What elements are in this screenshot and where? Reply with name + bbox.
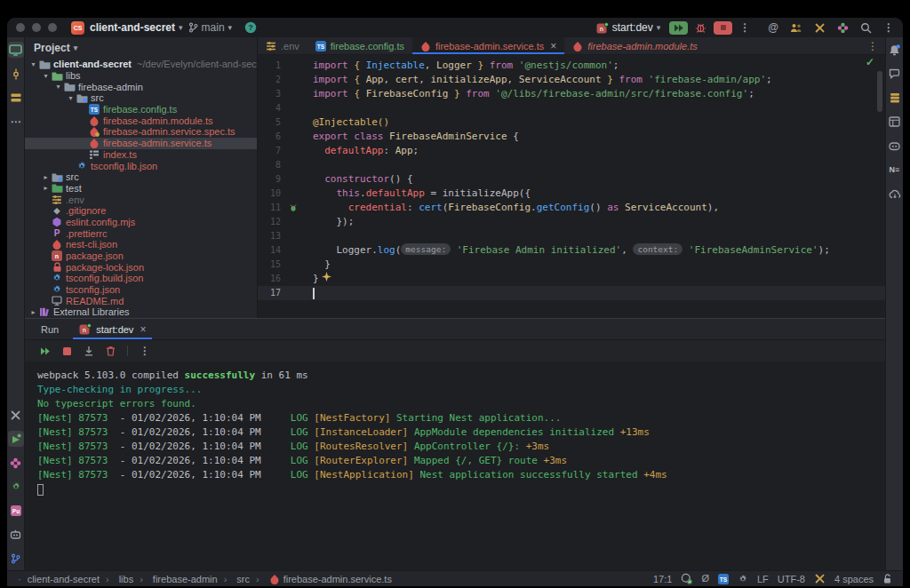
tool-stripe-button-run[interactable] <box>8 431 24 447</box>
console[interactable]: webpack 5.103.0 compiled successfully in… <box>25 362 885 570</box>
tree-row[interactable]: package-lock.json <box>25 261 257 273</box>
tool-stripe-button-nx-console[interactable]: N≡ <box>887 162 903 178</box>
tool-stripe-button-ai-assistant[interactable] <box>8 527 24 543</box>
build-tools-icon[interactable] <box>814 22 826 34</box>
editor-scrollbar[interactable] <box>877 71 882 112</box>
inspections-ok-icon[interactable]: ✓ <box>866 57 874 68</box>
close-icon[interactable]: × <box>550 40 556 52</box>
more-vertical-button-icon[interactable]: ⋮ <box>140 346 150 356</box>
breadcrumb-item[interactable]: firebase-admin <box>133 574 217 584</box>
plugin-icon[interactable] <box>837 22 849 34</box>
line-number[interactable]: 7 <box>258 144 281 158</box>
tree-row[interactable]: .env <box>25 194 257 205</box>
tree-row[interactable]: index.ts <box>25 149 257 161</box>
line-number[interactable]: 2 <box>258 73 281 87</box>
code-line[interactable]: 13 <box>258 229 885 243</box>
tree-row[interactable]: firebase-admin.service.spec.ts <box>25 126 257 138</box>
close-icon[interactable]: × <box>140 323 146 336</box>
line-number[interactable]: 12 <box>258 215 281 229</box>
editor-tab[interactable]: firebase-admin.service.ts× <box>412 37 564 54</box>
stop-button[interactable] <box>714 21 732 35</box>
line-number[interactable]: 4 <box>258 101 281 115</box>
code-line[interactable]: 8 <box>258 158 885 172</box>
line-number[interactable]: 5 <box>258 115 281 130</box>
code-line[interactable]: 4 <box>258 101 885 115</box>
tool-stripe-button-project-view[interactable] <box>8 42 24 58</box>
tree-row[interactable]: tsconfig.lib.json <box>25 160 257 171</box>
tree-row[interactable]: ◆.gitignore <box>25 205 257 217</box>
tool-stripe-button-commit[interactable] <box>8 66 24 82</box>
tool-stripe-button-more-horizontal[interactable]: ⋯ <box>8 114 24 130</box>
indent-tools-icon[interactable] <box>814 573 826 584</box>
stop-button-icon[interactable] <box>62 346 72 356</box>
breadcrumb-item[interactable]: firebase-admin.service.ts <box>250 574 392 584</box>
tool-stripe-button-build[interactable] <box>8 407 24 423</box>
breadcrumb-item[interactable]: src <box>218 574 250 584</box>
tool-stripe-button-notifications[interactable] <box>887 42 903 58</box>
tree-row[interactable]: P.prettierrc <box>25 227 257 239</box>
tree-row[interactable]: TSfirebase.config.ts <box>25 104 257 115</box>
breadcrumb-item[interactable]: client-and-secret <box>28 574 100 584</box>
code-line[interactable]: 9 constructor() { <box>258 172 885 187</box>
search-icon[interactable] <box>860 22 872 34</box>
chevron-down-icon[interactable]: ▾ <box>53 83 63 91</box>
tool-stripe-button-version-control[interactable] <box>8 551 24 567</box>
chevron-right-icon[interactable]: ▸ <box>28 308 38 316</box>
tree-row[interactable]: ▾src <box>25 92 257 104</box>
line-number[interactable]: 11 <box>258 201 281 215</box>
tree-row[interactable]: npackage.json <box>25 250 257 262</box>
help-icon[interactable]: ? <box>244 21 257 34</box>
tree-row[interactable]: README.md <box>25 295 257 306</box>
code-line[interactable]: 15 } <box>258 258 885 272</box>
copilot-status-icon[interactable] <box>681 573 692 584</box>
tree-row[interactable]: ▾firebase-admin <box>25 81 257 92</box>
tree-row[interactable]: ▸External Libraries <box>25 306 257 318</box>
run-config-selector[interactable]: n start:dev ▾ <box>596 21 661 34</box>
editor-tab[interactable]: TSfirebase.config.ts <box>307 37 412 54</box>
tree-row[interactable]: ▾libs <box>25 70 257 82</box>
more-vertical-icon[interactable]: ⋮ <box>883 22 894 33</box>
tool-stripe-button-pull-requests[interactable]: Pu <box>8 503 24 519</box>
code-line[interactable]: 5@Injectable() <box>258 115 885 130</box>
project-selector[interactable]: client-and-secret ▾ <box>90 21 183 34</box>
line-number[interactable]: 1 <box>258 59 281 73</box>
run-tab[interactable]: n start:dev × <box>73 319 152 339</box>
line-number[interactable]: 15 <box>258 258 281 272</box>
project-panel-header[interactable]: Project ▾ <box>25 37 257 59</box>
highlighting-off-icon[interactable]: Ø <box>701 574 709 584</box>
line-number[interactable]: 6 <box>258 130 281 144</box>
gutter-debug-icon[interactable] <box>289 203 298 212</box>
run-panel-title[interactable]: Run <box>41 319 59 339</box>
tree-row[interactable]: ▾client-and-secret~/dev/Evelyn/client-an… <box>25 59 257 70</box>
chevron-down-icon[interactable]: ▾ <box>66 94 76 102</box>
tree-row[interactable]: ▸test <box>25 183 257 195</box>
clear-button-icon[interactable] <box>106 346 116 356</box>
line-number[interactable]: 9 <box>258 172 281 187</box>
code-line[interactable]: 3import { FirebaseConfig } from '@/libs/… <box>258 87 885 101</box>
code-line[interactable]: 1import { Injectable, Logger } from '@ne… <box>258 59 885 73</box>
code-line[interactable]: 14 Logger.log(message: 'Firebase Admin i… <box>258 243 885 258</box>
tree-row[interactable]: tsconfig.json <box>25 284 257 296</box>
chevron-right-icon[interactable]: ▸ <box>41 184 51 192</box>
tree-row[interactable]: eslint.config.mjs <box>25 217 257 228</box>
tool-stripe-button-ui-designer[interactable] <box>887 114 903 130</box>
code-line[interactable]: 6export class FirebaseAdminService { <box>258 130 885 144</box>
line-number[interactable]: 8 <box>258 158 281 172</box>
editor-tab[interactable]: .env <box>258 37 307 54</box>
line-separator[interactable]: LF <box>757 574 769 584</box>
more-run-actions-icon[interactable]: ⋮ <box>739 22 750 33</box>
zoom-window-button[interactable] <box>48 23 57 32</box>
tool-stripe-button-problems[interactable] <box>8 455 24 471</box>
breadcrumb-item[interactable]: libs <box>100 574 133 584</box>
code-line[interactable]: 17 <box>258 286 885 300</box>
tool-stripe-button-cloud-sync[interactable] <box>887 186 903 202</box>
line-number[interactable]: 17 <box>258 286 281 300</box>
tree-row[interactable]: firebase-admin.module.ts <box>25 115 257 126</box>
copilot-icon[interactable]: @ <box>768 22 778 33</box>
typescript-service-icon[interactable]: TS <box>718 574 729 584</box>
tool-stripe-button-database[interactable] <box>887 90 903 106</box>
code-line[interactable]: 12 }); <box>258 215 885 229</box>
code-line[interactable]: 11 credential: cert(FirebaseConfig.getCo… <box>258 201 885 215</box>
code-line[interactable]: 2import { App, cert, initializeApp, Serv… <box>258 73 885 87</box>
scroll-to-end-button-icon[interactable] <box>84 346 94 356</box>
